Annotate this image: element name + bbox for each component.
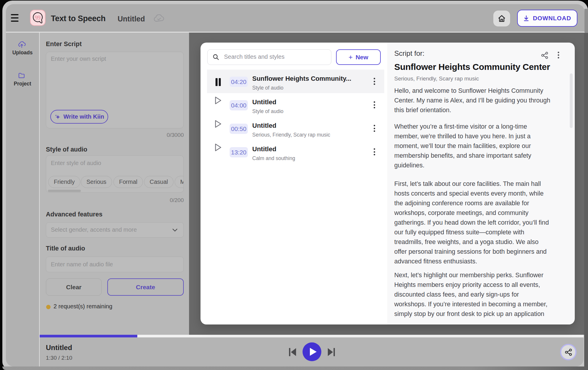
svg-text:99: 99 — [35, 14, 41, 21]
